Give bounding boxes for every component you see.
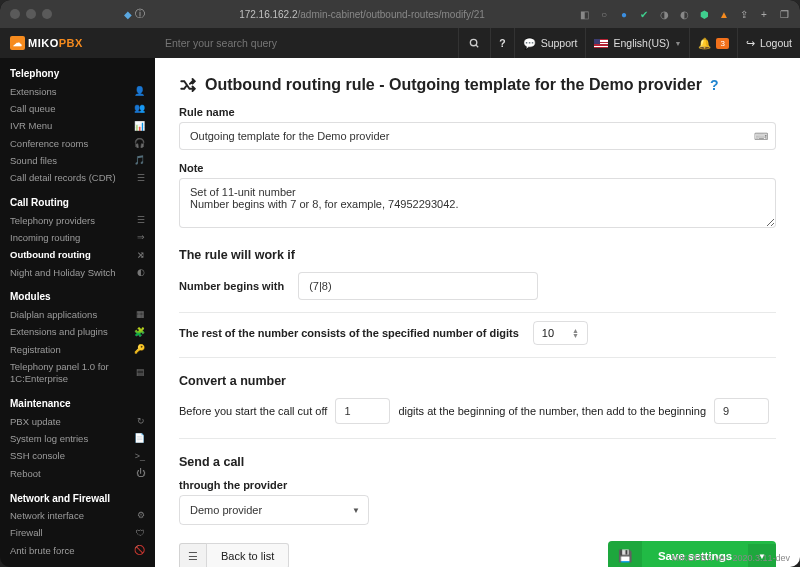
- main-content: Outbound routing rule - Outgoing templat…: [155, 58, 800, 567]
- sidebar-item-label: Firewall: [10, 527, 43, 539]
- provider-select[interactable]: Demo provider: [179, 495, 369, 525]
- sidebar-item-label: Extensions: [10, 86, 56, 98]
- sidebar-item[interactable]: Firewall🛡: [0, 525, 155, 542]
- sidebar-item-icon: >_: [133, 451, 145, 463]
- rest-digits-input[interactable]: 10 ▲▼: [533, 321, 588, 345]
- traffic-light-zoom[interactable]: [42, 9, 52, 19]
- number-begins-label: Number begins with: [179, 280, 284, 292]
- sidebar-item[interactable]: Call queue👥: [0, 100, 155, 117]
- sidebar-item[interactable]: Network interface⚙: [0, 508, 155, 525]
- us-flag-icon: [594, 39, 608, 48]
- search-button[interactable]: [458, 28, 490, 58]
- sidebar-item[interactable]: Incoming routing⇒: [0, 229, 155, 246]
- sidebar-item-label: Reboot: [10, 468, 41, 480]
- sidebar-item-label: SSH console: [10, 450, 65, 462]
- note-textarea[interactable]: [179, 178, 776, 228]
- sidebar-item[interactable]: Night and Holiday Switch◐: [0, 264, 155, 281]
- sidebar-item[interactable]: Call detail records (CDR)☰: [0, 170, 155, 187]
- support-link[interactable]: 💬 Support: [514, 28, 586, 58]
- newtab-icon[interactable]: +: [758, 8, 770, 20]
- sidebar-item-icon: 📊: [133, 121, 145, 133]
- ext-icon[interactable]: ⬢: [698, 8, 710, 20]
- sidebar-item[interactable]: Telephony panel 1.0 for 1C:Enterprise▤: [0, 358, 155, 388]
- sidebar-item-label: Outbound routing: [10, 249, 91, 261]
- sidebar-item-icon: 🎵: [133, 155, 145, 167]
- ext-icon[interactable]: ●: [618, 8, 630, 20]
- ext-icon[interactable]: ◑: [658, 8, 670, 20]
- rule-name-input[interactable]: [179, 122, 776, 150]
- sidebar-item[interactable]: SSH console>_: [0, 448, 155, 465]
- rule-name-label: Rule name: [179, 106, 776, 118]
- logout-icon: ↪: [746, 37, 755, 49]
- address-bar[interactable]: 172.16.162.2/admin-cabinet/outbound-rout…: [146, 9, 578, 20]
- sidebar-item-icon: ☰: [133, 173, 145, 185]
- ext-icon[interactable]: ○: [598, 8, 610, 20]
- sidebar-item-icon: 🎧: [133, 138, 145, 150]
- rule-work-heading: The rule will work if: [179, 248, 776, 262]
- tabs-icon[interactable]: ❐: [778, 8, 790, 20]
- sidebar-item-label: PBX update: [10, 416, 61, 428]
- convert-heading: Convert a number: [179, 374, 776, 388]
- sidebar-item[interactable]: Registration🔑: [0, 341, 155, 358]
- sidebar-item[interactable]: PBX update↻: [0, 413, 155, 430]
- traffic-light-close[interactable]: [10, 9, 20, 19]
- browser-titlebar: ◆ ⓘ 172.16.162.2/admin-cabinet/outbound-…: [0, 0, 800, 28]
- sidebar-item[interactable]: Extensions👤: [0, 83, 155, 100]
- number-begins-input[interactable]: [298, 272, 538, 300]
- sidebar-item-icon: 🚫: [133, 545, 145, 557]
- svg-point-0: [471, 39, 477, 45]
- back-button[interactable]: ☰ Back to list: [179, 543, 289, 568]
- sidebar-item[interactable]: IVR Menu📊: [0, 118, 155, 135]
- notifications-button[interactable]: 🔔 3: [689, 28, 736, 58]
- app-header: ☁ MIKOPBX ? 💬 Support English(US) ▼ 🔔 3 …: [0, 28, 800, 58]
- logout-button[interactable]: ↪ Logout: [737, 28, 800, 58]
- sidebar-item-label: Network interface: [10, 510, 84, 522]
- sidebar-item-icon: ☰: [133, 215, 145, 227]
- version-text: MIKOPBX ver: 2020.3.11-dev: [671, 553, 790, 563]
- sidebar-section-header: Call Routing: [0, 193, 155, 212]
- sidebar-item[interactable]: Outbound routing⤭: [0, 247, 155, 264]
- logo[interactable]: ☁ MIKOPBX: [0, 31, 155, 55]
- sidebar-item-label: System log entries: [10, 433, 88, 445]
- ext-icon[interactable]: ◐: [678, 8, 690, 20]
- sidebar-item-label: Night and Holiday Switch: [10, 267, 116, 279]
- help-icon[interactable]: ?: [710, 77, 719, 93]
- sidebar-item-icon: ⚙: [133, 510, 145, 522]
- sidebar-item[interactable]: System log entries📄: [0, 431, 155, 448]
- cut-off-input[interactable]: [335, 398, 390, 424]
- sidebar-item-icon: ⇒: [133, 232, 145, 244]
- cut-off-text-before: Before you start the call cut off: [179, 405, 327, 417]
- provider-label: through the provider: [179, 479, 776, 491]
- sidebar-item[interactable]: Sound files🎵: [0, 152, 155, 169]
- add-begin-input[interactable]: [714, 398, 769, 424]
- sidebar-item-icon: ⤭: [133, 250, 145, 262]
- sidebar-item-label: Incoming routing: [10, 232, 80, 244]
- traffic-light-minimize[interactable]: [26, 9, 36, 19]
- help-button[interactable]: ?: [490, 28, 513, 58]
- sidebar-item-label: Call detail records (CDR): [10, 172, 116, 184]
- sidebar-item[interactable]: Reboot⏻: [0, 465, 155, 482]
- sidebar-item-icon: ↻: [133, 416, 145, 428]
- sidebar-item-icon: ▦: [133, 309, 145, 321]
- upload-icon[interactable]: ⇪: [738, 8, 750, 20]
- sidebar-item[interactable]: Dialplan applications▦: [0, 306, 155, 323]
- sidebar-item[interactable]: Conference rooms🎧: [0, 135, 155, 152]
- ext-icon[interactable]: ◧: [578, 8, 590, 20]
- sidebar-item-icon: 👤: [133, 86, 145, 98]
- chevron-down-icon: ▼: [352, 506, 360, 515]
- ext-icon[interactable]: ▲: [718, 8, 730, 20]
- sidebar-item-icon: 📄: [133, 433, 145, 445]
- search-input[interactable]: [165, 37, 448, 49]
- sidebar: TelephonyExtensions👤Call queue👥IVR Menu📊…: [0, 58, 155, 567]
- language-switcher[interactable]: English(US) ▼: [585, 28, 689, 58]
- sidebar-item-icon: 🛡: [133, 528, 145, 540]
- sidebar-item[interactable]: Extensions and plugins🧩: [0, 324, 155, 341]
- info-icon: ⓘ: [134, 8, 146, 20]
- ext-icon[interactable]: ✔: [638, 8, 650, 20]
- sidebar-section-header: Modules: [0, 287, 155, 306]
- sidebar-item[interactable]: Telephony providers☰: [0, 212, 155, 229]
- sidebar-item[interactable]: Anti brute force🚫: [0, 542, 155, 559]
- save-icon: 💾: [608, 541, 642, 567]
- sidebar-item-icon: ◐: [133, 267, 145, 279]
- sidebar-item-label: Telephony providers: [10, 215, 95, 227]
